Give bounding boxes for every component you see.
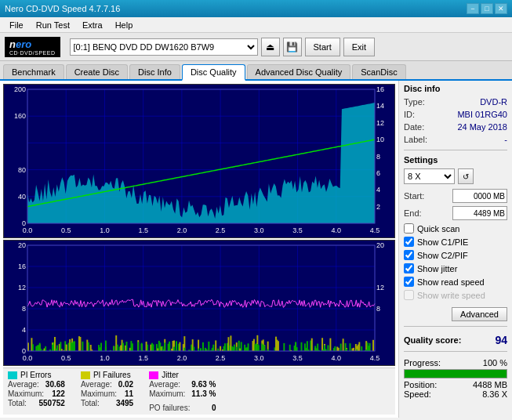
- minimize-button[interactable]: −: [467, 3, 479, 14]
- quality-score-row: Quality score: 94: [404, 334, 507, 346]
- start-mb-input[interactable]: [452, 189, 507, 203]
- disc-label-val: -: [504, 135, 507, 144]
- disc-date-key: Date:: [404, 122, 424, 132]
- menu-extra[interactable]: Extra: [76, 19, 109, 31]
- jitter-avg-val: 9.63 %: [191, 380, 216, 389]
- show-write-speed-row: Show write speed: [404, 290, 507, 300]
- pi-failures-max-label: Maximum:: [81, 389, 117, 398]
- show-c1pie-row: Show C1/PIE: [404, 237, 507, 247]
- disc-type-key: Type:: [404, 97, 425, 107]
- refresh-button[interactable]: ↺: [458, 168, 474, 184]
- advanced-button[interactable]: Advanced: [452, 307, 507, 321]
- pi-failures-avg-val: 0.02: [118, 380, 133, 389]
- jitter-max-val: 11.3 %: [191, 389, 216, 398]
- show-jitter-checkbox[interactable]: [404, 263, 414, 273]
- show-read-speed-label: Show read speed: [417, 277, 485, 287]
- position-val: 4488 MB: [473, 380, 507, 389]
- pi-errors-max-val: 122: [52, 389, 65, 398]
- top-chart: [3, 84, 395, 238]
- jitter-avg-label: Average:: [149, 380, 180, 389]
- bottom-chart: [3, 240, 395, 366]
- end-mb-key: End:: [404, 208, 422, 218]
- po-failures-val: 0: [212, 404, 216, 412]
- show-write-speed-label: Show write speed: [417, 291, 485, 300]
- speed-row: 8 X Max 1 X 2 X 4 X 16 X ↺: [404, 168, 507, 184]
- show-jitter-row: Show jitter: [404, 263, 507, 273]
- pi-errors-label: PI Errors: [20, 371, 51, 379]
- position-label: Position:: [404, 380, 437, 389]
- divider-3: [404, 351, 507, 352]
- disc-info-title: Disc info: [404, 84, 507, 93]
- pi-failures-avg-label: Average:: [81, 380, 112, 389]
- eject-icon-button[interactable]: ⏏: [261, 38, 280, 56]
- pi-errors-stat: PI Errors Average: 30.68 Maximum: 122 To…: [8, 371, 65, 412]
- tab-disc-quality[interactable]: Disc Quality: [182, 64, 245, 81]
- tab-create-disc[interactable]: Create Disc: [66, 64, 128, 79]
- disc-label-key: Label:: [404, 135, 427, 144]
- divider-1: [404, 150, 507, 150]
- progress-val: 100 %: [483, 358, 507, 368]
- quality-score-val: 94: [495, 334, 507, 346]
- pi-failures-total-val: 3495: [116, 399, 133, 407]
- show-c2pif-row: Show C2/PIF: [404, 250, 507, 260]
- quality-score-label: Quality score:: [404, 335, 461, 345]
- stats-bar: PI Errors Average: 30.68 Maximum: 122 To…: [3, 368, 395, 415]
- progress-row: Progress: 100 %: [404, 358, 507, 368]
- speed-val: 8.36 X: [482, 389, 507, 399]
- drive-selector[interactable]: [0:1] BENQ DVD DD DW1620 B7W9: [70, 38, 258, 56]
- pi-errors-avg-val: 30.68: [45, 380, 65, 389]
- nero-sub: CD·DVD/SPEED: [9, 50, 56, 56]
- menu-file[interactable]: File: [3, 19, 30, 31]
- po-failures-label: PO failures:: [149, 404, 190, 412]
- menu-help[interactable]: Help: [109, 19, 140, 31]
- exit-button[interactable]: Exit: [343, 38, 375, 56]
- pi-errors-max-label: Maximum:: [8, 389, 44, 398]
- pi-errors-avg-label: Average:: [8, 380, 39, 389]
- show-c1pie-checkbox[interactable]: [404, 237, 414, 247]
- settings-title: Settings: [404, 155, 507, 165]
- disc-type-val: DVD-R: [480, 97, 507, 107]
- show-jitter-label: Show jitter: [417, 264, 457, 273]
- divider-2: [404, 326, 507, 327]
- progress-bar: [404, 369, 507, 378]
- progress-label: Progress:: [404, 358, 441, 368]
- tab-scan-disc[interactable]: ScanDisc: [352, 64, 405, 79]
- nero-brand: nero: [9, 38, 31, 50]
- tab-advanced-disc-quality[interactable]: Advanced Disc Quality: [247, 64, 351, 79]
- jitter-color: [149, 371, 158, 379]
- right-panel: Disc info Type: DVD-R ID: MBI 01RG40 Dat…: [398, 81, 512, 418]
- main-content: PI Errors Average: 30.68 Maximum: 122 To…: [0, 81, 512, 418]
- chart-area: PI Errors Average: 30.68 Maximum: 122 To…: [0, 81, 398, 418]
- disc-id-row: ID: MBI 01RG40: [404, 110, 507, 119]
- bottom-chart-canvas: [4, 241, 394, 365]
- progress-section: Progress: 100 % Position: 4488 MB Speed:…: [404, 358, 507, 399]
- pi-failures-max-val: 11: [125, 389, 133, 398]
- pi-failures-stat: PI Failures Average: 0.02 Maximum: 11 To…: [81, 371, 133, 412]
- close-button[interactable]: ✕: [495, 3, 507, 14]
- quick-scan-row: Quick scan: [404, 223, 507, 234]
- tab-disc-info[interactable]: Disc Info: [129, 64, 180, 79]
- show-write-speed-checkbox: [404, 290, 414, 300]
- disc-date-val: 24 May 2018: [457, 122, 507, 132]
- start-mb-row: Start:: [404, 189, 507, 203]
- show-c2pif-label: Show C2/PIF: [417, 251, 468, 260]
- disc-type-row: Type: DVD-R: [404, 97, 507, 107]
- tab-bar: Benchmark Create Disc Disc Info Disc Qua…: [0, 61, 512, 81]
- save-icon-button[interactable]: 💾: [283, 38, 302, 56]
- menubar: File Run Test Extra Help: [0, 17, 512, 33]
- end-mb-input[interactable]: [452, 206, 507, 220]
- position-row: Position: 4488 MB: [404, 380, 507, 389]
- tab-benchmark[interactable]: Benchmark: [3, 64, 64, 79]
- pi-errors-total-label: Total:: [8, 399, 27, 407]
- quick-scan-checkbox[interactable]: [404, 223, 414, 234]
- maximize-button[interactable]: □: [481, 3, 493, 14]
- show-c2pif-checkbox[interactable]: [404, 250, 414, 260]
- speed-selector[interactable]: 8 X Max 1 X 2 X 4 X 16 X: [404, 168, 455, 184]
- jitter-label: Jitter: [162, 371, 179, 379]
- show-c1pie-label: Show C1/PIE: [417, 237, 468, 247]
- nero-logo: nero CD·DVD/SPEED: [5, 37, 60, 57]
- show-read-speed-checkbox[interactable]: [404, 277, 414, 287]
- menu-run-test[interactable]: Run Test: [30, 19, 76, 31]
- start-button[interactable]: Start: [305, 38, 340, 56]
- titlebar: Nero CD-DVD Speed 4.7.7.16 − □ ✕: [0, 0, 512, 17]
